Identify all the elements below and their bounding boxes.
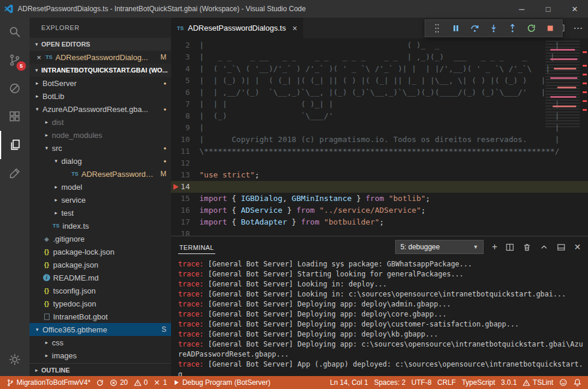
activity-item-snippets[interactable] (0, 159, 29, 187)
code-line-16[interactable]: 16 import { ADService } from "../service… (171, 205, 588, 216)
minimize-button[interactable]: ─ (508, 0, 535, 18)
code-line-3[interactable]: 3 | _ _ _ __ _ _ _ _ _ _ _ _ _ | ,_)(_) … (171, 51, 588, 63)
step-out-button[interactable] (504, 21, 521, 36)
terminal-selector[interactable]: 5: debuggee ▼ (395, 240, 484, 254)
status-0[interactable]: 0 (131, 376, 151, 389)
restart-button[interactable] (523, 21, 540, 36)
tree-item[interactable]: IntranetBot.gbot (29, 310, 171, 323)
status-crlf[interactable]: CRLF (435, 376, 459, 389)
workspace-header[interactable]: ▾ INTRANETBOTQUICKSTART.GBAI (WO... (29, 64, 171, 77)
tree-item[interactable]: ▸ service (29, 193, 171, 206)
status-debug-program-botserver[interactable]: Debug Program (BotServer) (170, 376, 273, 389)
code-line-17[interactable]: 17 import { BotAdapter } from "botbuilde… (171, 216, 588, 228)
status-ln-14-col-1[interactable]: Ln 14, Col 1 (327, 376, 371, 389)
tree-item[interactable]: ▾ Office365.gbtheme S (29, 323, 171, 336)
status-spaces-2[interactable]: Spaces: 2 (371, 376, 408, 389)
status-sync-icon[interactable] (93, 376, 107, 389)
chevron-right-icon: ▸ (42, 132, 51, 138)
drag-button[interactable] (429, 21, 445, 36)
maximize-button[interactable]: □ (535, 0, 561, 18)
status-1[interactable]: 1 (150, 376, 170, 389)
kill-terminal-button[interactable] (523, 243, 531, 252)
code-line-15[interactable]: 15 import { IGBDialog, GBMinInstance } f… (171, 193, 588, 205)
code-line-12[interactable]: 12 (171, 157, 588, 169)
tree-item[interactable]: {} package-lock.json (29, 245, 171, 258)
code-line-4[interactable]: 4 | ( '_`\ ( '__)/'_` ) /'_` )( ' _ `\ /… (171, 63, 588, 75)
activity-item-settings[interactable] (0, 345, 29, 374)
overview-ruler[interactable] (581, 38, 588, 236)
line-number: 15 (171, 193, 199, 205)
code-editor[interactable]: 2 | ( )_ _ | 3 | _ _ _ __ _ _ _ _ _ _ _ … (171, 38, 588, 236)
tree-item[interactable]: ◆ .gitignore (29, 232, 171, 245)
tree-item[interactable]: ▸ css (29, 336, 171, 349)
code-line-5[interactable]: 5 | | (_) )| | ( (_| |( (_| || ( ) |( (_… (171, 75, 588, 87)
activity-item-explorer[interactable] (0, 131, 29, 159)
tree-item[interactable]: ▾ AzureADPasswordReset.gba... ● (29, 103, 171, 116)
tree-item[interactable]: {} package.json (29, 258, 171, 271)
close-icon[interactable]: × (34, 53, 44, 62)
tree-item[interactable]: ▸ test (29, 206, 171, 219)
tab-adresetpassworddialogs[interactable]: TS ADResetPasswordDialogs.ts × (171, 18, 304, 38)
step-into-button[interactable] (485, 21, 502, 36)
code-line-8[interactable]: 8 | (_) `\___/' | (171, 110, 588, 122)
code-line-14[interactable]: 14 (171, 181, 588, 193)
line-number: 3 (171, 51, 199, 63)
tree-item[interactable]: ▾ src ● (29, 141, 171, 154)
more-button[interactable]: ⋯ (573, 22, 583, 34)
tree-item[interactable]: i README.md (29, 271, 171, 284)
terminal-line: trace: [General Bot Server] Looking in: … (178, 289, 583, 299)
step-over-button[interactable] (467, 21, 483, 36)
terminal-output[interactable]: trace: [General Bot Server] Loading sys … (171, 258, 588, 376)
activity-item-source-control[interactable]: 5 (0, 46, 29, 74)
open-editor-item[interactable]: ×TS ADResetPasswordDialog... M (29, 51, 171, 64)
code-line-11[interactable]: 11 \************************************… (171, 146, 588, 157)
ts-file-icon: TS (177, 25, 184, 31)
close-icon[interactable]: × (293, 24, 297, 33)
tree-item[interactable]: TS ADResetPasswordDial... M (29, 167, 171, 180)
tree-item[interactable]: {} tsconfig.json (29, 284, 171, 297)
tree-item[interactable]: ▾ dialog ● (29, 154, 171, 167)
status-migrationtobotfmwv4[interactable]: MigrationToBotFmwV4* (4, 376, 93, 389)
maximize-panel-button[interactable] (540, 243, 548, 252)
code-line-9[interactable]: 9 | | (171, 122, 588, 134)
code-line-13[interactable]: 13 "use strict"; (171, 169, 588, 181)
outline-header[interactable]: ▸ OUTLINE (29, 363, 171, 376)
activity-item-extensions[interactable] (0, 103, 29, 131)
modified-badge: M (160, 53, 166, 61)
status-20[interactable]: 20 (107, 376, 130, 389)
status-bell-icon[interactable] (570, 376, 584, 389)
activity-item-debug[interactable] (0, 74, 29, 103)
code-line-7[interactable]: 7 | | | ( )_| | | (171, 98, 588, 110)
new-terminal-button[interactable]: + (492, 242, 497, 252)
tree-item[interactable]: ▸ node_modules (29, 128, 171, 141)
code-line-10[interactable]: 10 | Copyright 2018 (c) pragmatismo.io. … (171, 134, 588, 146)
open-editors-header[interactable]: ▾ OPEN EDITORS (29, 38, 171, 51)
minimap[interactable] (546, 41, 580, 129)
close-panel-button[interactable]: ✕ (574, 242, 581, 252)
stop-button[interactable] (542, 21, 559, 36)
tree-item[interactable]: TS index.ts (29, 219, 171, 232)
status-smiley-icon[interactable] (556, 376, 570, 389)
tree-item[interactable]: ▸ dist (29, 116, 171, 128)
terminal-panel: TERMINAL 5: debuggee ▼ +✕ trace: [Genera… (171, 236, 588, 376)
status-typescript[interactable]: TypeScript (459, 376, 498, 389)
code-line-6[interactable]: 6 | | ,__/'(_) `\__,_)`\__, |(_) (_)`\__… (171, 87, 588, 98)
modified-dot-icon: ● (163, 146, 166, 151)
tree-item[interactable]: ▸ BotLib (29, 90, 171, 103)
tree-item[interactable]: {} typedoc.json (29, 297, 171, 310)
pause-button[interactable] (448, 21, 464, 36)
status-utf-8[interactable]: UTF-8 (409, 376, 435, 389)
code-line-2[interactable]: 2 | ( )_ _ | (171, 39, 588, 51)
tree-item[interactable]: ▸ model (29, 180, 171, 193)
close-button[interactable]: ✕ (561, 0, 588, 18)
terminal-tab[interactable]: TERMINAL (178, 240, 215, 254)
tree-item[interactable]: ▸ images (29, 349, 171, 362)
status-3-0-1[interactable]: 3.0.1 (498, 376, 520, 389)
activity-item-search[interactable] (0, 18, 29, 46)
split-terminal-button[interactable] (505, 243, 514, 252)
status-tslint[interactable]: TSLint (520, 376, 556, 389)
tree-item[interactable]: ▸ BotServer ● (29, 77, 171, 90)
chevron-right-icon: ▸ (42, 339, 51, 345)
toggle-panel-button[interactable] (557, 243, 566, 252)
code-line-18[interactable]: 18 (171, 228, 588, 236)
